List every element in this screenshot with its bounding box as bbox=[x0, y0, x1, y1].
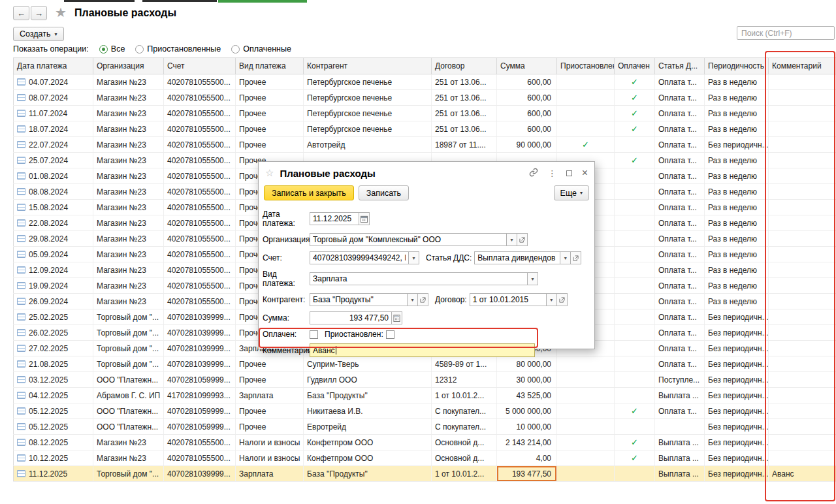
organization-cell[interactable]: ООО "Платежн... bbox=[93, 419, 164, 435]
payment-date-cell[interactable]: 27.02.2025 bbox=[14, 341, 93, 356]
article-cell[interactable]: Оплата т... bbox=[655, 200, 705, 215]
article-cell[interactable]: Оплата т... bbox=[655, 106, 705, 121]
counterparty-open-button[interactable] bbox=[418, 293, 428, 306]
column-header-11[interactable]: Комментарий bbox=[769, 58, 836, 74]
periodicity-cell[interactable]: Раз в неделю bbox=[705, 247, 769, 262]
payment-date-cell[interactable]: 15.08.2024 bbox=[14, 200, 93, 215]
account-cell[interactable]: 4170281099993... bbox=[164, 388, 236, 403]
counterparty-cell[interactable]: Автотрейд bbox=[304, 137, 432, 153]
counterparty-cell[interactable]: Никитаева И.В. bbox=[304, 403, 432, 419]
table-row[interactable]: 04.12.2025Абрамов Г. С. ИП4170281099993.… bbox=[14, 388, 836, 403]
organization-cell[interactable]: Магазин №23 bbox=[93, 184, 164, 200]
comment-cell[interactable] bbox=[769, 247, 836, 262]
paid-cell[interactable]: ✓ bbox=[615, 153, 655, 168]
payment-date-cell[interactable]: 22.08.2024 bbox=[14, 215, 93, 231]
sum-cell[interactable]: 80 000,00 bbox=[497, 356, 557, 372]
organization-cell[interactable]: ООО "Платежн... bbox=[93, 403, 164, 419]
column-header-2[interactable]: Счет bbox=[164, 58, 236, 74]
search-input[interactable] bbox=[737, 26, 835, 40]
organization-cell[interactable]: Торговый дом "... bbox=[93, 466, 164, 482]
suspended-cell[interactable]: ✓ bbox=[557, 137, 615, 153]
payment-date-cell[interactable]: 26.02.2025 bbox=[14, 325, 93, 341]
account-cell[interactable]: 4020781055500... bbox=[164, 294, 236, 309]
table-row[interactable]: 05.12.2025ООО "Платежн...4070281059999..… bbox=[14, 403, 836, 419]
comment-cell[interactable] bbox=[769, 215, 836, 231]
periodicity-cell[interactable]: Без периодичн... bbox=[705, 388, 769, 403]
comment-cell[interactable] bbox=[769, 74, 836, 90]
suspended-cell[interactable] bbox=[557, 372, 615, 388]
paid-cell[interactable]: ✓ bbox=[615, 90, 655, 106]
payment-date-cell[interactable]: 25.07.2024 bbox=[14, 153, 93, 168]
account-cell[interactable]: 4020781055500... bbox=[164, 247, 236, 262]
contract-cell[interactable]: 18987 от 11.... bbox=[432, 137, 497, 153]
column-header-0[interactable]: Дата платежа bbox=[14, 58, 93, 74]
organization-cell[interactable]: Торговый дом "... bbox=[93, 309, 164, 325]
contract-cell[interactable]: 12312 bbox=[432, 372, 497, 388]
comment-cell[interactable] bbox=[769, 200, 836, 215]
article-cell[interactable]: Оплата т... bbox=[655, 262, 705, 278]
payment-type-cell[interactable]: Прочее bbox=[236, 90, 304, 106]
column-header-6[interactable]: Сумма bbox=[497, 58, 557, 74]
paid-cell[interactable] bbox=[615, 466, 655, 482]
payment-date-cell[interactable]: 12.09.2024 bbox=[14, 262, 93, 278]
article-cell[interactable] bbox=[655, 419, 705, 435]
sum-input[interactable] bbox=[310, 311, 392, 324]
organization-cell[interactable]: Магазин №23 bbox=[93, 262, 164, 278]
radio-suspended[interactable]: Приостановленные bbox=[135, 44, 221, 54]
comment-cell[interactable] bbox=[769, 372, 836, 388]
paid-cell[interactable] bbox=[615, 325, 655, 341]
organization-cell[interactable]: Магазин №23 bbox=[93, 168, 164, 184]
suspended-cell[interactable] bbox=[557, 403, 615, 419]
comment-cell[interactable] bbox=[769, 262, 836, 278]
comment-cell[interactable] bbox=[769, 168, 836, 184]
organization-cell[interactable]: Магазин №23 bbox=[93, 137, 164, 153]
article-cell[interactable]: Оплата т... bbox=[655, 74, 705, 90]
sum-cell[interactable]: 193 477,50 bbox=[497, 466, 557, 482]
periodicity-cell[interactable]: Без периодичн... bbox=[705, 356, 769, 372]
article-cell[interactable]: Оплата т... bbox=[655, 278, 705, 294]
periodicity-cell[interactable]: Без периодичн... bbox=[705, 325, 769, 341]
account-cell[interactable]: 4020781055500... bbox=[164, 90, 236, 106]
radio-all[interactable]: Все bbox=[99, 44, 125, 54]
suspended-cell[interactable] bbox=[557, 450, 615, 466]
account-cell[interactable]: 4070281059999... bbox=[164, 403, 236, 419]
comment-cell[interactable] bbox=[769, 388, 836, 403]
organization-cell[interactable]: Магазин №23 bbox=[93, 121, 164, 137]
sum-cell[interactable]: 90 000,00 bbox=[497, 137, 557, 153]
suspended-cell[interactable] bbox=[557, 106, 615, 121]
column-header-4[interactable]: Контрагент bbox=[304, 58, 432, 74]
paid-cell[interactable] bbox=[615, 341, 655, 356]
calculator-button[interactable] bbox=[392, 311, 402, 324]
account-cell[interactable]: 4020781055500... bbox=[164, 168, 236, 184]
account-cell[interactable]: 4020781055500... bbox=[164, 153, 236, 168]
payment-type-cell[interactable]: Налоги и взносы bbox=[236, 450, 304, 466]
payment-date-cell[interactable]: 01.08.2024 bbox=[14, 168, 93, 184]
contract-input[interactable] bbox=[470, 293, 547, 306]
payment-date-cell[interactable]: 11.07.2024 bbox=[14, 106, 93, 121]
paid-cell[interactable] bbox=[615, 262, 655, 278]
periodicity-cell[interactable]: Без периодичн... bbox=[705, 341, 769, 356]
payment-date-cell[interactable]: 08.07.2024 bbox=[14, 90, 93, 106]
paid-cell[interactable]: ✓ bbox=[615, 74, 655, 90]
paid-cell[interactable] bbox=[615, 184, 655, 200]
periodicity-cell[interactable]: Раз в неделю bbox=[705, 106, 769, 121]
payment-date-cell[interactable]: 04.07.2024 bbox=[14, 74, 93, 90]
table-row[interactable]: 21.08.2025Торговый дом "...4070281039999… bbox=[14, 356, 836, 372]
comment-cell[interactable] bbox=[769, 356, 836, 372]
periodicity-cell[interactable]: Без периодичн... bbox=[705, 466, 769, 482]
paid-cell[interactable]: ✓ bbox=[615, 435, 655, 450]
article-cell[interactable]: Оплата т... bbox=[655, 356, 705, 372]
account-cell[interactable]: 4020781055500... bbox=[164, 215, 236, 231]
article-cell[interactable]: Оплата т... bbox=[655, 231, 705, 247]
comment-cell[interactable] bbox=[769, 450, 836, 466]
account-cell[interactable]: 4070281039999... bbox=[164, 466, 236, 482]
payment-type-cell[interactable]: Прочее bbox=[236, 419, 304, 435]
account-cell[interactable]: 4020781055500... bbox=[164, 278, 236, 294]
payment-date-cell[interactable]: 08.12.2025 bbox=[14, 435, 93, 450]
account-dropdown-button[interactable]: ▾ bbox=[409, 251, 419, 264]
contract-open-button[interactable] bbox=[557, 293, 568, 306]
organization-cell[interactable]: Магазин №23 bbox=[93, 200, 164, 215]
more-button[interactable]: Еще ▾ bbox=[554, 185, 589, 200]
payment-date-cell[interactable]: 22.07.2024 bbox=[14, 137, 93, 153]
account-cell[interactable]: 4020781055500... bbox=[164, 262, 236, 278]
